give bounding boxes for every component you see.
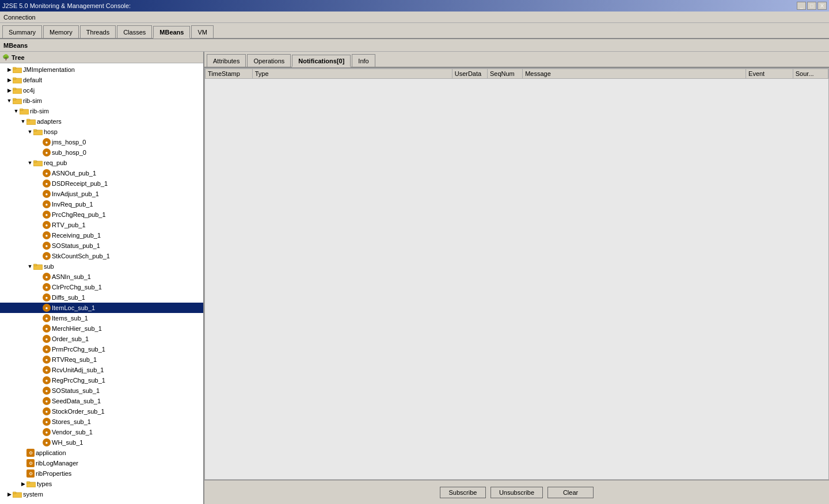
notifications-table-area[interactable]: TimeStamp Type UserData SeqNum Message E… [204, 68, 829, 480]
tree-node-sub[interactable]: ▼ sub [0, 261, 203, 272]
tree-node-invadjust-pub-1[interactable]: ▶ ● InvAdjust_pub_1 [0, 189, 203, 199]
bean-icon-merchhier-sub-1: ● [43, 324, 51, 333]
tree-node-order-sub-1[interactable]: ▶ ● Order_sub_1 [0, 334, 203, 344]
folder-icon-sub [33, 263, 43, 270]
col-seqnum: SeqNum [487, 69, 522, 79]
tab-vm[interactable]: VM [191, 25, 214, 38]
tab-mbeans[interactable]: MBeans [153, 26, 190, 39]
close-button[interactable]: X [817, 2, 827, 10]
tree-node-sub-hosp-0[interactable]: ▶ ● sub_hosp_0 [0, 147, 203, 158]
tree-node-stkcountsch-pub-1[interactable]: ▶ ● StkCountSch_pub_1 [0, 251, 203, 261]
bean-icon-prmprcchg-sub-1: ● [43, 345, 51, 353]
right-tabs: Attributes Operations Notifications[0] I… [204, 52, 829, 68]
bean-icon-invadjust-pub-1: ● [43, 190, 51, 198]
tree-node-items-sub-1[interactable]: ▶ ● Items_sub_1 [0, 313, 203, 323]
tree-node-stockorder-sub-1[interactable]: ▶ ● StockOrder_sub_1 [0, 406, 203, 417]
tree-node-label-stores-sub-1: Stores_sub_1 [52, 418, 91, 425]
tree-node-label-itemloc-sub-1: ItemLoc_sub_1 [52, 304, 95, 311]
expand-rib-sim-root[interactable]: ▼ [6, 97, 13, 104]
tree-node-rcvunitadj-sub-1[interactable]: ▶ ● RcvUnitAdj_sub_1 [0, 365, 203, 375]
unsubscribe-button[interactable]: Unsubscribe [490, 487, 543, 498]
tree-node-stores-sub-1[interactable]: ▶ ● Stores_sub_1 [0, 417, 203, 427]
tree-node-prmprcchg-sub-1[interactable]: ▶ ● PrmPrcChg_sub_1 [0, 344, 203, 354]
maximize-button[interactable]: □ [807, 2, 816, 10]
svg-rect-7 [13, 98, 16, 100]
expand-rib-sim-child[interactable]: ▼ [13, 108, 20, 114]
tree-node-itemloc-sub-1[interactable]: ▶ ● ItemLoc_sub_1 [0, 303, 203, 313]
right-tab-operations[interactable]: Operations [247, 54, 291, 67]
tree-node-rib-sim-child[interactable]: ▼ rib-sim [0, 106, 203, 116]
tab-memory[interactable]: Memory [43, 25, 79, 38]
expand-jmimplementation[interactable]: ▶ [6, 66, 13, 73]
folder-icon-req-pub [33, 159, 43, 166]
tree-node-types[interactable]: ▶ types [0, 479, 203, 489]
tree-node-default[interactable]: ▶ default [0, 75, 203, 85]
tree-node-invreq-pub-1[interactable]: ▶ ● InvReq_pub_1 [0, 199, 203, 209]
tree-node-label-types: types [37, 480, 52, 487]
minimize-button[interactable]: _ [797, 2, 806, 10]
right-tab-attributes[interactable]: Attributes [207, 54, 246, 67]
tree-node-hosp[interactable]: ▼ hosp [0, 127, 203, 137]
tree-node-wh-sub-1[interactable]: ▶ ● WH_sub_1 [0, 437, 203, 448]
connection-menu[interactable]: Connection [3, 14, 36, 21]
menu-bar: Connection [0, 12, 829, 23]
folder-icon-adapters [26, 118, 36, 125]
tree-node-dsdreceipt-pub-1[interactable]: ▶ ● DSDReceipt_pub_1 [0, 178, 203, 189]
tree-node-jms-hosp-0[interactable]: ▶ ● jms_hosp_0 [0, 137, 203, 147]
svg-rect-21 [13, 492, 16, 494]
tree-node-jmimplementation[interactable]: ▶ JMImplementation [0, 64, 203, 75]
main-tabs: Summary Memory Threads Classes MBeans VM [0, 23, 829, 39]
main-content: Summary Memory Threads Classes MBeans VM… [0, 23, 829, 504]
tree-node-label-rib-sim-child: rib-sim [30, 108, 49, 114]
expand-hosp[interactable]: ▼ [26, 128, 33, 135]
expand-oc4j[interactable]: ▶ [6, 87, 13, 94]
tree-node-label-sub-hosp-0: sub_hosp_0 [52, 149, 86, 156]
tree-node-application[interactable]: ▶ ⚙ application [0, 448, 203, 458]
tree-node-label-invreq-pub-1: InvReq_pub_1 [52, 201, 93, 208]
tree-node-label-regprcchg-sub-1: RegPrcChg_sub_1 [52, 377, 105, 384]
tree-node-merchhier-sub-1[interactable]: ▶ ● MerchHier_sub_1 [0, 323, 203, 334]
tree-node-diffs-sub-1[interactable]: ▶ ● Diffs_sub_1 [0, 292, 203, 303]
clear-button[interactable]: Clear [547, 487, 594, 498]
tree-node-ribproperties[interactable]: ▶ ⚙ ribProperties [0, 468, 203, 479]
tab-threads[interactable]: Threads [80, 25, 116, 38]
expand-adapters[interactable]: ▼ [20, 118, 26, 125]
tree-node-rtvreq-sub-1[interactable]: ▶ ● RTVReq_sub_1 [0, 354, 203, 365]
tree-node-vendor-sub-1[interactable]: ▶ ● Vendor_sub_1 [0, 427, 203, 437]
expand-default[interactable]: ▶ [6, 77, 13, 83]
right-tab-info[interactable]: Info [352, 54, 375, 67]
tree-node-seeddata-sub-1[interactable]: ▶ ● SeedData_sub_1 [0, 396, 203, 406]
tree-node-label-jms-hosp-0: jms_hosp_0 [52, 139, 86, 146]
tree-node-rib-sim-root[interactable]: ▼ rib-sim [0, 96, 203, 106]
tree-node-receiving-pub-1[interactable]: ▶ ● Receiving_pub_1 [0, 230, 203, 240]
tree-node-asnout-pub-1[interactable]: ▶ ● ASNOut_pub_1 [0, 168, 203, 178]
tree-node-system[interactable]: ▶ system [0, 489, 203, 499]
tree-node-asnin-sub-1[interactable]: ▶ ● ASNIn_sub_1 [0, 272, 203, 282]
tree-node-label-rib-sim-root: rib-sim [23, 97, 42, 104]
tree-node-prcchgreq-pub-1[interactable]: ▶ ● PrcChgReq_pub_1 [0, 209, 203, 220]
tree-node-sostatus-sub-1[interactable]: ▶ ● SOStatus_sub_1 [0, 385, 203, 396]
expand-req-pub[interactable]: ▼ [26, 159, 33, 166]
bean-icon-asnin-sub-1: ● [43, 273, 51, 281]
tree-node-rtv-pub-1[interactable]: ▶ ● RTV_pub_1 [0, 220, 203, 230]
expand-sub[interactable]: ▼ [26, 263, 33, 270]
tree-content: ▶ JMImplementation ▶ default ▶ oc4j [0, 63, 203, 501]
tree-node-req-pub[interactable]: ▼ req_pub [0, 158, 203, 168]
right-tab-notifications[interactable]: Notifications[0] [292, 55, 351, 67]
subscribe-button[interactable]: Subscribe [440, 487, 486, 498]
tab-classes[interactable]: Classes [117, 25, 152, 38]
bottom-action-bar: Subscribe Unsubscribe Clear [204, 480, 829, 504]
tree-node-riblogmanager[interactable]: ▶ ⚙ ribLogManager [0, 458, 203, 468]
tab-summary[interactable]: Summary [2, 25, 42, 38]
tree-panel[interactable]: 🌳 Tree ▶ JMImplementation ▶ default [0, 52, 204, 504]
expand-types[interactable]: ▶ [20, 480, 26, 487]
svg-rect-11 [26, 119, 30, 121]
svg-rect-17 [33, 264, 37, 266]
bean-icon-itemloc-sub-1: ● [43, 304, 51, 312]
tree-node-clrprcchg-sub-1[interactable]: ▶ ● ClrPrcChg_sub_1 [0, 282, 203, 292]
tree-node-regprcchg-sub-1[interactable]: ▶ ● RegPrcChg_sub_1 [0, 375, 203, 385]
expand-system[interactable]: ▶ [6, 491, 13, 498]
tree-node-adapters[interactable]: ▼ adapters [0, 116, 203, 127]
tree-node-oc4j[interactable]: ▶ oc4j [0, 85, 203, 96]
tree-node-sostatus-pub-1[interactable]: ▶ ● SOStatus_pub_1 [0, 240, 203, 251]
